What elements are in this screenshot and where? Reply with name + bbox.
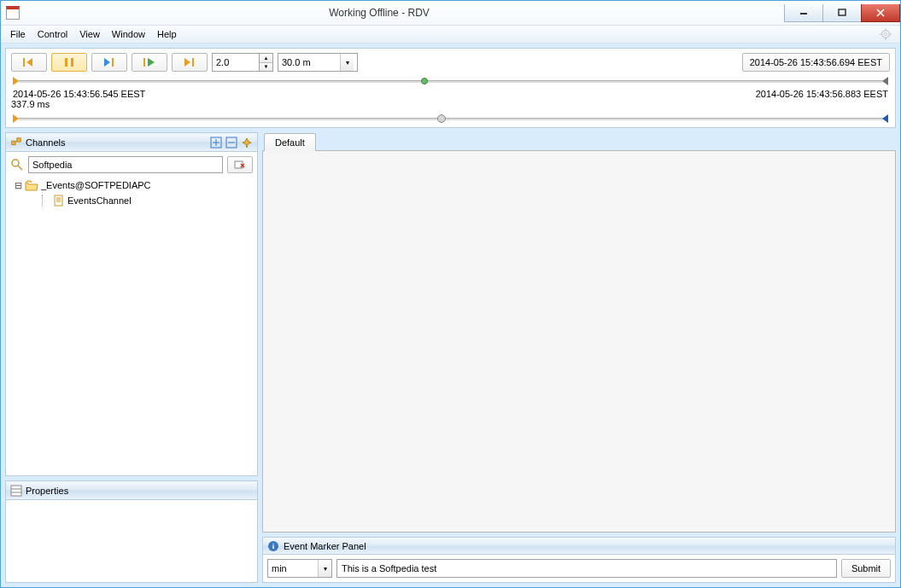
document-icon [53,195,65,207]
svg-rect-0 [800,13,807,15]
channels-title: Channels [26,137,65,148]
svg-rect-15 [17,137,20,141]
event-marker-title: Event Marker Panel [284,541,366,551]
speed-down-button[interactable]: ▼ [260,63,272,72]
info-icon: i [268,541,278,551]
svg-line-22 [18,166,22,170]
tab-content [262,150,896,533]
speed-input[interactable] [212,53,260,72]
svg-rect-13 [192,58,194,67]
speed-spinner[interactable]: ▲ ▼ [212,53,273,72]
tree-root-label: _Events@SOFTPEDIAPC [41,180,151,190]
position-thumb[interactable] [437,114,446,123]
play-icon [142,57,157,67]
event-unit-input[interactable] [268,560,318,577]
scope-slider[interactable] [11,77,890,85]
gear-icon[interactable] [880,28,892,40]
properties-body [6,500,257,582]
app-window: Working Offline - RDV File Control View … [0,0,901,588]
go-start-button[interactable] [11,53,47,72]
position-start-handle[interactable] [13,114,19,123]
close-button[interactable] [861,4,900,22]
pause-button[interactable] [51,53,87,72]
position-end-handle[interactable] [882,114,888,123]
menu-view[interactable]: View [73,27,106,41]
step-forward-button[interactable] [91,53,127,72]
app-icon [6,6,20,20]
chevron-down-icon[interactable]: ▾ [318,560,331,577]
channels-body: ⊟ _Events@SOFTPEDIAPC [6,152,257,475]
properties-icon [10,485,22,497]
tree-root-row[interactable]: ⊟ _Events@SOFTPEDIAPC [10,178,253,193]
collapse-all-icon[interactable] [225,137,237,148]
properties-header: Properties [6,481,257,500]
menubar: File Control View Window Help [1,26,900,44]
go-start-icon [21,57,37,67]
minimize-icon [799,9,808,17]
channels-icon [10,137,22,148]
clear-icon [234,160,246,170]
chevron-down-icon[interactable]: ▾ [340,54,354,71]
timeline-end-label: 2014-05-26 15:43:56.883 EEST [756,89,888,99]
playback-panel: ▲ ▼ ▾ 2014-05-26 15:43:56.694 EEST [5,48,896,128]
timeline-duration-label: 337.9 ms [11,99,50,109]
svg-rect-1 [839,9,845,15]
step-forward-icon [102,57,117,67]
svg-rect-11 [112,58,114,67]
play-button[interactable] [132,53,167,72]
speed-up-button[interactable]: ▲ [260,54,272,63]
search-icon [10,158,24,172]
properties-title: Properties [26,486,68,496]
svg-point-3 [884,32,887,36]
close-icon [876,9,885,17]
maximize-button[interactable] [822,4,862,22]
timeline-start-label: 2014-05-26 15:43:56.545 EEST [13,89,145,99]
svg-rect-12 [143,58,145,67]
svg-rect-10 [71,58,73,67]
menu-file[interactable]: File [4,27,32,41]
current-time-box[interactable]: 2014-05-26 15:43:56.694 EEST [742,53,890,72]
go-end-button[interactable] [172,53,208,72]
channels-panel: Channels [5,132,258,476]
timeline-labels: 2014-05-26 15:43:56.545 EEST 2014-05-26 … [11,89,890,109]
left-column: Channels [5,132,258,583]
svg-rect-28 [11,486,21,496]
submit-button[interactable]: Submit [841,559,891,578]
menu-window[interactable]: Window [106,27,151,41]
svg-rect-24 [55,195,62,206]
event-marker-panel: i Event Marker Panel ▾ Submit [262,537,896,583]
tree-collapse-icon[interactable]: ⊟ [14,180,22,191]
tab-default[interactable]: Default [264,133,316,151]
folder-open-icon [25,180,38,191]
window-controls [785,4,900,22]
timespan-combo[interactable]: ▾ [278,53,358,72]
timespan-input[interactable] [278,54,340,71]
tree-child-row[interactable]: EventsChannel [10,193,253,208]
scope-start-handle[interactable] [13,77,19,85]
clear-search-button[interactable] [227,156,253,173]
minimize-button[interactable] [784,4,823,22]
scope-marker[interactable] [421,78,428,84]
svg-rect-9 [65,58,67,67]
titlebar: Working Offline - RDV [1,1,900,26]
tabs-strip: Default [262,132,896,151]
position-slider[interactable] [11,114,890,123]
playback-toolbar: ▲ ▼ ▾ 2014-05-26 15:43:56.694 EEST [11,53,890,72]
event-text-input[interactable] [336,559,837,578]
pin-icon[interactable] [241,137,253,148]
channels-header: Channels [6,133,257,152]
window-title: Working Offline - RDV [0,7,785,19]
event-unit-combo[interactable]: ▾ [267,559,332,578]
svg-point-2 [882,31,890,38]
channels-search-input[interactable] [28,156,223,173]
main-split: Channels [5,132,896,583]
svg-point-21 [12,160,19,166]
tab-default-label: Default [275,137,305,148]
event-marker-header: i Event Marker Panel [263,538,895,555]
channels-tree[interactable]: ⊟ _Events@SOFTPEDIAPC [10,178,253,208]
menu-help[interactable]: Help [151,27,183,41]
scope-end-handle[interactable] [882,77,888,85]
menu-control[interactable]: Control [32,27,73,41]
expand-all-icon[interactable] [210,137,222,148]
current-time-label: 2014-05-26 15:43:56.694 EEST [750,57,882,67]
